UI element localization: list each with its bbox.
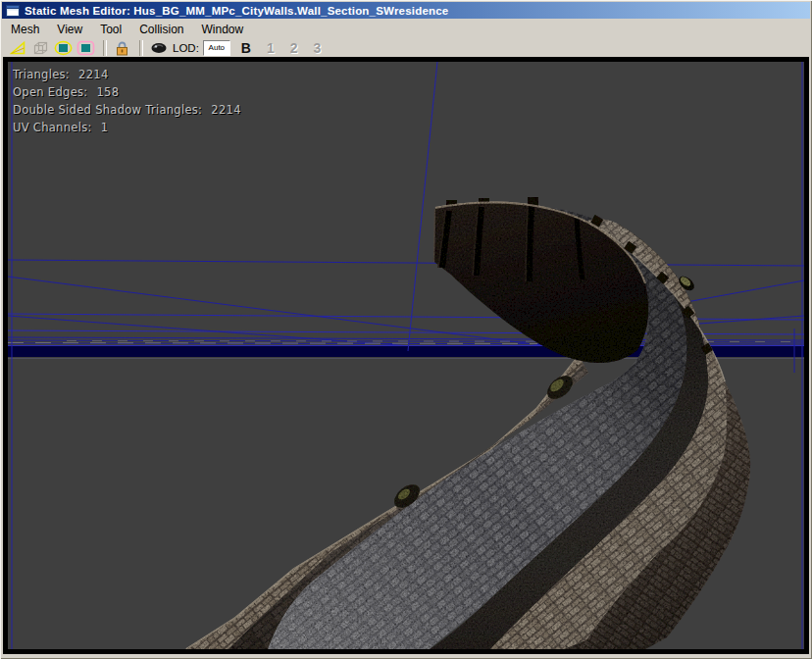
cube-tool-button[interactable] <box>30 39 51 57</box>
mesh-stats: Triangles:2214 Open Edges:158 Double Sid… <box>13 66 241 136</box>
triangle-tool-button[interactable] <box>8 39 28 57</box>
toolbar-separator <box>139 40 143 56</box>
stat-value: 2214 <box>211 103 240 117</box>
collision-ellipse-icon <box>54 40 73 56</box>
viewport-canvas[interactable] <box>8 62 804 649</box>
lock-button[interactable] <box>112 39 132 57</box>
menu-mesh[interactable]: Mesh <box>11 21 48 38</box>
lod-auto-button[interactable]: Auto <box>203 40 230 56</box>
stat-double-sided-shadow-triangles: Double Sided Shadow Triangles:2214 <box>13 101 241 119</box>
collision-box-button[interactable] <box>76 39 96 57</box>
menu-window[interactable]: Window <box>202 21 253 38</box>
3d-viewport[interactable]: Triangles:2214 Open Edges:158 Double Sid… <box>8 62 804 649</box>
stat-open-edges: Open Edges:158 <box>13 83 241 101</box>
toolbar: LOD: Auto B 1 2 3 <box>2 38 812 57</box>
stat-value: 158 <box>96 85 119 99</box>
collision-box-icon <box>76 40 95 56</box>
menu-view[interactable]: View <box>57 21 91 38</box>
cube-tool-icon <box>32 40 49 56</box>
window-title: Static Mesh Editor: Hus_BG_MM_MPc_CityWa… <box>25 5 448 17</box>
stat-label: Double Sided Shadow Triangles: <box>13 103 202 117</box>
lod-3-button[interactable]: 3 <box>314 40 322 56</box>
lod-base-button[interactable]: B <box>241 40 251 56</box>
stat-label: Open Edges: <box>13 85 87 99</box>
stat-label: Triangles: <box>13 68 70 81</box>
menu-collision[interactable]: Collision <box>139 21 192 38</box>
toolbar-separator <box>103 40 107 56</box>
stat-value: 1 <box>101 121 109 134</box>
triangle-tool-icon <box>10 40 26 56</box>
lod-label: LOD: <box>173 42 199 54</box>
menubar: Mesh View Tool Collision Window <box>2 20 812 38</box>
stat-triangles: Triangles:2214 <box>13 66 241 83</box>
stat-label: UV Channels: <box>13 121 92 134</box>
camera-view-button[interactable] <box>148 39 169 57</box>
menu-tool[interactable]: Tool <box>100 21 130 38</box>
lod-1-button[interactable]: 1 <box>267 40 275 56</box>
titlebar[interactable]: Static Mesh Editor: Hus_BG_MM_MPc_CityWa… <box>2 2 810 19</box>
collision-ellipse-button[interactable] <box>53 39 74 57</box>
viewport-frame: Triangles:2214 Open Edges:158 Double Sid… <box>3 57 809 654</box>
static-mesh-editor-window: Static Mesh Editor: Hus_BG_MM_MPc_CityWa… <box>0 0 812 659</box>
lock-icon <box>115 40 129 56</box>
lod-2-button[interactable]: 2 <box>290 40 298 56</box>
window-icon <box>6 5 20 17</box>
eye-icon <box>150 41 168 55</box>
stat-uv-channels: UV Channels:1 <box>13 119 241 136</box>
stat-value: 2214 <box>78 68 108 81</box>
